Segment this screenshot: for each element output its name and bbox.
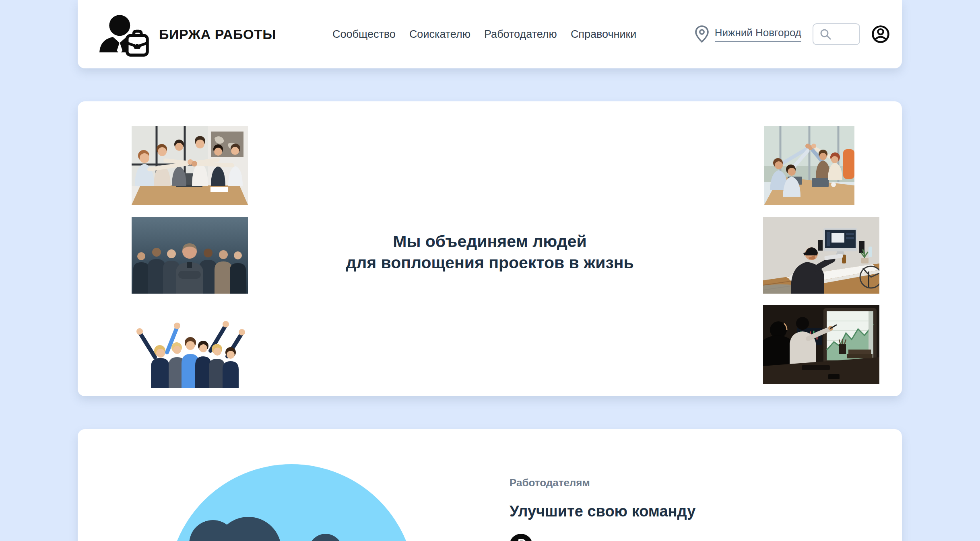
location-selector[interactable]: Нижний Новгород [695,25,801,43]
hero-heading: Мы объединяем людей для воплощения проек… [78,231,902,274]
hero-photo-team-highfive-meeting [132,126,248,205]
hero-heading-line2: для воплощения проектов в жизнь [78,252,902,274]
hero-section: Мы объединяем людей для воплощения проек… [78,101,902,396]
user-profile-icon [871,25,890,43]
hero-photo-cheering-team [132,309,248,388]
hero-heading-line1: Мы объединяем людей [78,231,902,252]
employers-section: Работодателям Улучшите свою команду Бесп… [78,429,902,541]
person-briefcase-icon [95,9,149,60]
nav-item-jobseeker[interactable]: Соискателю [409,28,470,41]
hero-photo-office-window-highfive [764,126,854,205]
header-right-group: Нижний Новгород [695,23,890,45]
illustration-person-figure [215,517,281,541]
benefit-label: Бесплатное присоединение [543,539,711,541]
employers-text-block: Работодателям Улучшите свою команду Бесп… [510,477,711,541]
benefit-item: Бесплатное присоединение [510,534,711,541]
site-header: БИРЖА РАБОТЫ Сообщество Соискателю Работ… [78,0,902,68]
employers-heading: Улучшите свою команду [510,503,711,520]
nav-item-employer[interactable]: Работодателю [484,28,557,41]
location-label: Нижний Новгород [715,27,801,42]
profile-button[interactable] [871,25,890,43]
page-background: БИРЖА РАБОТЫ Сообщество Соискателю Работ… [0,0,980,541]
hero-photo-night-trading-room [763,305,879,384]
employers-illustration-circle [168,464,415,541]
search-box[interactable] [813,23,860,45]
site-title: БИРЖА РАБОТЫ [159,27,276,42]
main-nav: Сообщество Соискателю Работодателю Справ… [332,28,636,41]
employers-eyebrow: Работодателям [510,477,711,489]
location-pin-icon [695,25,709,43]
search-icon [819,28,831,40]
free-ruble-coin-icon [510,534,532,541]
nav-item-directories[interactable]: Справочники [571,28,637,41]
brand[interactable]: БИРЖА РАБОТЫ [95,9,276,60]
nav-item-community[interactable]: Сообщество [332,28,396,41]
illustration-person-head [309,534,342,541]
